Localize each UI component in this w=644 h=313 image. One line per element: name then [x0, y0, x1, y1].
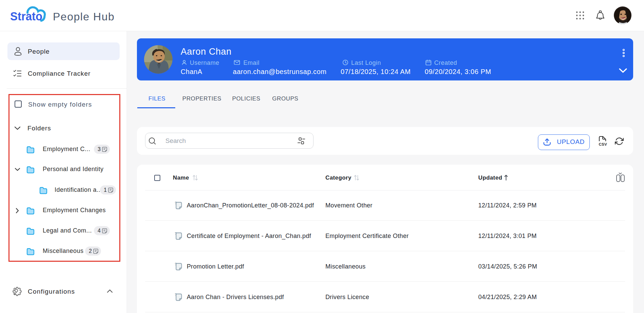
svg-text:?: ?	[175, 293, 177, 297]
svg-text:CSV: CSV	[599, 142, 607, 146]
svg-text:?: ?	[175, 232, 177, 236]
svg-text:?: ?	[175, 262, 177, 266]
svg-text:Strato: Strato	[10, 10, 42, 23]
svg-text:?: ?	[175, 201, 177, 205]
